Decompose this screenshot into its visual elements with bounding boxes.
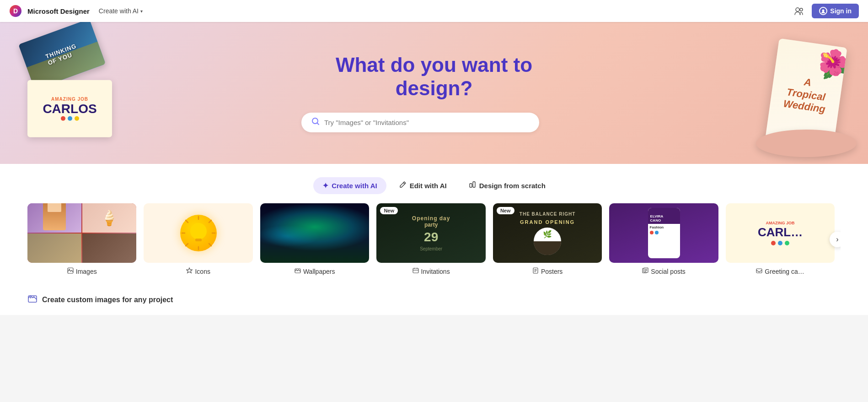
app-name: Microsoft Designer [27,7,90,15]
invitations-label: Invitations [413,267,450,275]
svg-point-3 [800,8,803,11]
amazing-job-subtitle: AMAZING JOB [51,97,88,102]
icons-thumbnail [144,203,252,263]
greeting-thumbnail: AMAZING JOB CARL… [726,203,835,263]
posters-label: Posters [532,267,563,275]
wallpapers-label: Wallpapers [295,267,335,275]
poster-circle: 🌿 [534,228,561,255]
posters-thumbnail: New The Balance Right Grand Opening 🌿 [493,203,602,263]
invitations-new-badge: New [380,207,398,214]
nav-menu-label: Create with AI [99,7,139,15]
tab-edit-ai-label: Edit with AI [410,182,447,190]
hero-right-decoration: 051526 ATropicalWedding 🌺 [772,43,841,143]
card-icons[interactable]: Icons [144,203,252,275]
tropical-flower-icon: 🌺 [815,45,847,81]
images-text: Images [76,268,97,275]
navbar-right: Sign in [792,4,859,18]
images-cell-3 [27,234,81,263]
amazing-job-card: AMAZING JOB CARLOS [27,80,112,137]
opening-day-party: party [424,222,438,228]
bottom-title-text: Create custom images for any project [42,296,173,304]
svg-line-16 [209,220,211,223]
tabs-section: ✦ Create with AI Edit with AI Design fro… [0,164,868,203]
svg-rect-7 [473,182,475,187]
navbar-left: D Microsoft Designer Create with AI ▾ [9,5,146,17]
invitations-thumbnail: New Opening day party 29 September [376,203,485,263]
social-posts-label: Social posts [642,267,685,275]
opening-day-month: September [420,246,442,251]
icons-text: Icons [195,268,210,275]
posters-icon [532,267,539,275]
card-posters[interactable]: New The Balance Right Grand Opening 🌿 Po… [493,203,602,275]
svg-line-17 [186,244,188,246]
images-cell-1 [27,203,81,233]
svg-rect-6 [470,184,472,187]
bottom-section: Create custom images for any project [0,289,868,315]
card-decoration-dots [61,116,79,121]
posters-new-badge: New [497,207,514,214]
search-input[interactable] [324,119,529,126]
phone-interaction-dots [650,231,678,234]
bulb-icon [180,215,217,251]
svg-line-15 [209,244,211,246]
images-label: Images [67,267,97,275]
images-thumbnail: 🍦 [27,203,136,263]
tab-create-ai[interactable]: ✦ Create with AI [313,177,386,194]
phone-name: ELVIRA [650,214,664,218]
greeting-dot-1 [771,241,776,245]
social-posts-thumbnail: ELVIRA CANO Fashion [609,203,718,263]
navbar: D Microsoft Designer Create with AI ▾ [0,0,868,22]
posters-text: Posters [541,268,563,275]
icons-icon [186,267,193,275]
wallpapers-text: Wallpapers [303,268,335,275]
social-posts-text: Social posts [651,268,685,275]
card-invitations[interactable]: New Opening day party 29 September Invit… [376,203,485,275]
sign-in-button[interactable]: Sign in [812,4,859,18]
grand-opening-text: The Balance Right [520,212,576,217]
svg-text:D: D [13,7,18,15]
thinking-card-text: THINKINGOF YOU [44,42,80,66]
greeting-icon [756,267,762,275]
icons-label: Icons [186,267,210,275]
svg-marker-20 [187,268,193,273]
phone-surname: CANO [650,218,664,223]
images-cell-4 [82,234,136,263]
invitations-icon [413,267,419,275]
bottom-title: Create custom images for any project [27,293,841,306]
tab-design-scratch[interactable]: Design from scratch [460,177,555,194]
card-greeting[interactable]: AMAZING JOB CARL… Greeting ca… [726,203,835,275]
wallpapers-thumbnail [260,203,369,263]
greeting-label: Greeting ca… [756,267,804,275]
images-icon [67,267,74,275]
svg-point-18 [190,223,207,239]
hero-search-bar[interactable] [301,113,539,132]
greeting-carlos-text: CARL… [758,225,803,239]
svg-line-14 [186,220,188,223]
svg-point-37 [30,297,32,299]
bottom-title-icon [27,293,38,306]
design-icon [469,181,476,190]
invitations-text: Invitations [421,268,450,275]
people-icon[interactable] [792,4,806,18]
sign-in-icon [819,7,827,15]
hero-banner: THINKINGOF YOU AMAZING JOB CARLOS What d… [0,22,868,164]
sparkle-icon: ✦ [322,181,328,190]
edit-icon [399,181,407,190]
greeting-dot-2 [778,241,782,245]
card-social-posts[interactable]: ELVIRA CANO Fashion [609,203,718,275]
nav-menu-create[interactable]: Create with AI ▾ [95,5,146,16]
search-icon [311,117,320,128]
opening-day-text: Opening day [412,215,450,222]
phone-mockup: ELVIRA CANO Fashion [648,208,680,258]
svg-point-4 [822,10,825,12]
images-cell-2: 🍦 [82,203,136,233]
card-wallpapers[interactable]: Wallpapers [260,203,369,275]
card-images[interactable]: 🍦 Images [27,203,136,275]
phone-body: Fashion [648,224,680,258]
svg-point-5 [312,118,318,124]
tab-edit-ai[interactable]: Edit with AI [390,177,456,194]
sign-in-label: Sign in [830,7,852,15]
greeting-amazing-text: AMAZING JOB [766,221,795,225]
platform-disc [756,130,857,157]
microsoft-designer-logo: D [9,5,22,17]
